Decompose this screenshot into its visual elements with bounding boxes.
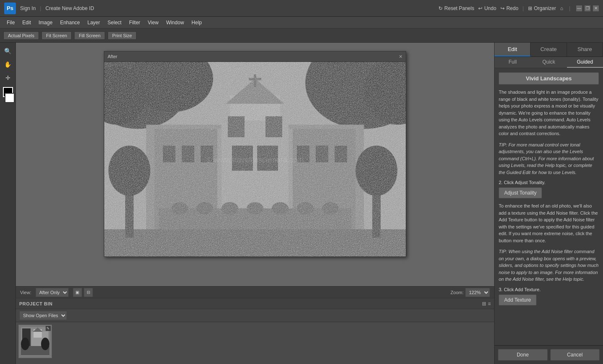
vivid-landscapes-button[interactable]: Vivid Landscapes [499, 72, 599, 85]
description2-text: To enhance the feel of an old photo, we'… [499, 203, 599, 244]
main-layout: 🔍 ✋ ✛ After × [0, 43, 603, 364]
bottom-bar: View: After Only ▣ ⊟ Zoom: 122% [16, 286, 494, 298]
fit-screen-button[interactable]: Fit Screen [41, 31, 72, 40]
bin-expand: ⊞ ≡ [482, 301, 491, 307]
menu-file[interactable]: File [3, 18, 18, 27]
restore-button[interactable]: ❒ [585, 5, 590, 11]
tab-share[interactable]: Share [567, 43, 603, 56]
bin-expand-button[interactable]: ⊞ [482, 301, 486, 307]
description-text: The shadows and light in an image produc… [499, 89, 599, 137]
close-button[interactable]: ✕ [593, 5, 599, 11]
menu-window[interactable]: Window [163, 18, 188, 27]
tab-create[interactable]: Create [531, 43, 567, 56]
menu-help[interactable]: Help [188, 18, 205, 27]
cancel-button[interactable]: Cancel [550, 349, 600, 361]
reset-panels-button[interactable]: ↻ Reset Panels [438, 5, 474, 11]
minimize-button[interactable]: — [576, 5, 582, 11]
thumb-badge: ✎ [46, 326, 51, 331]
show-files-select[interactable]: Show Open Files [19, 311, 67, 320]
menu-view[interactable]: View [144, 18, 162, 27]
sign-in-button[interactable]: Sign In [20, 5, 36, 11]
subtab-quick[interactable]: Quick [531, 57, 567, 68]
adjust-tonality-button[interactable]: Adjust Tonality [499, 187, 542, 198]
create-adobe-id-button[interactable]: Create New Adobe ID [45, 5, 94, 11]
photo-title-label: After [108, 54, 117, 59]
menu-enhance[interactable]: Enhance [57, 18, 83, 27]
tab-edit[interactable]: Edit [495, 43, 531, 56]
thumbnail-item[interactable]: ✎ [18, 325, 52, 358]
zoom-tool[interactable]: 🔍 [2, 45, 14, 57]
window-controls: — ❒ ✕ [576, 5, 599, 11]
print-size-button[interactable]: Print Size [108, 31, 137, 40]
photo-window: After × [104, 51, 406, 257]
background-color[interactable] [5, 93, 15, 103]
title-bar: Ps Sign In | Create New Adobe ID ↻ Reset… [0, 0, 603, 17]
move-tool[interactable]: ✛ [2, 72, 14, 84]
svg-point-47 [21, 338, 29, 350]
photo-titlebar: After × [104, 51, 406, 62]
canvas-col: After × [16, 43, 494, 364]
reset-icon: ↻ [438, 5, 443, 11]
menu-layer[interactable]: Layer [84, 18, 103, 27]
step3-text: 3. Click Add Texture. [499, 287, 599, 292]
photo-close-button[interactable]: × [399, 53, 402, 60]
view-split-button[interactable]: ⊟ [84, 288, 93, 297]
canvas-inner: After × [104, 51, 406, 257]
organizer-icon: ⊞ [528, 5, 532, 11]
tip1-text: TIP: For more manual control over tonal … [499, 141, 599, 176]
menu-filter[interactable]: Filter [126, 18, 144, 27]
panel-footer: Done Cancel [495, 345, 603, 364]
menu-bar: File Edit Image Enhance Layer Select Fil… [0, 17, 603, 28]
bin-options-button[interactable]: ≡ [488, 301, 491, 307]
redo-button[interactable]: ↪ Redo [500, 5, 518, 11]
project-bin-toolbar: Show Open Files [16, 309, 494, 322]
subtab-full[interactable]: Full [495, 57, 531, 68]
step2-text: 2. Click Adjust Tonality. [499, 180, 599, 185]
toolbox: 🔍 ✋ ✛ [0, 43, 16, 364]
organizer-button[interactable]: ⊞ Organizer [528, 5, 556, 11]
home-icon: ⌂ [560, 5, 563, 11]
photo-svg: © www.travellinscamera.com [104, 62, 406, 256]
zoom-select[interactable]: 122% [465, 288, 490, 297]
project-bin-title: PROJECT BIN [19, 301, 52, 306]
hand-tool[interactable]: ✋ [2, 59, 14, 70]
building-photo: © www.travellinscamera.com [104, 62, 406, 256]
canvas-container: After × [16, 43, 494, 286]
app-logo: Ps [4, 3, 16, 14]
undo-button[interactable]: ↩ Undo [478, 5, 496, 11]
menu-select[interactable]: Select [104, 18, 125, 27]
right-panel: Edit Create Share Full Quick Guided Vivi… [494, 43, 603, 364]
view-single-button[interactable]: ▣ [73, 288, 82, 297]
sub-tabs: Full Quick Guided [495, 57, 603, 68]
redo-icon: ↪ [500, 5, 505, 11]
project-bin: PROJECT BIN ⊞ ≡ Show Open Files [16, 298, 494, 364]
done-button[interactable]: Done [498, 349, 548, 361]
add-texture-button[interactable]: Add Texture [499, 295, 536, 305]
zoom-label: Zoom: [451, 290, 464, 295]
undo-icon: ↩ [478, 5, 482, 11]
view-select[interactable]: After Only [36, 288, 69, 297]
svg-rect-39 [104, 62, 406, 256]
subtab-guided[interactable]: Guided [567, 57, 603, 68]
toolbar: Actual Pixels Fit Screen Fill Screen Pri… [0, 28, 603, 43]
actual-pixels-button[interactable]: Actual Pixels [3, 31, 39, 40]
project-bin-content: ✎ [16, 322, 494, 364]
home-button[interactable]: ⌂ [560, 5, 563, 11]
tip2-text: TIP: When using the Add Noise filter com… [499, 248, 599, 283]
fill-screen-button[interactable]: Fill Screen [74, 31, 105, 40]
svg-point-48 [41, 338, 49, 350]
zoom-area: Zoom: 122% [451, 288, 490, 297]
menu-image[interactable]: Image [35, 18, 56, 27]
panel-tabs: Edit Create Share [495, 43, 603, 57]
project-bin-header: PROJECT BIN ⊞ ≡ [16, 298, 494, 309]
view-icons: ▣ ⊟ [73, 288, 93, 297]
view-label: View: [20, 290, 31, 295]
menu-edit[interactable]: Edit [19, 18, 34, 27]
panel-content: Vivid Landscapes The shadows and light i… [495, 68, 603, 345]
